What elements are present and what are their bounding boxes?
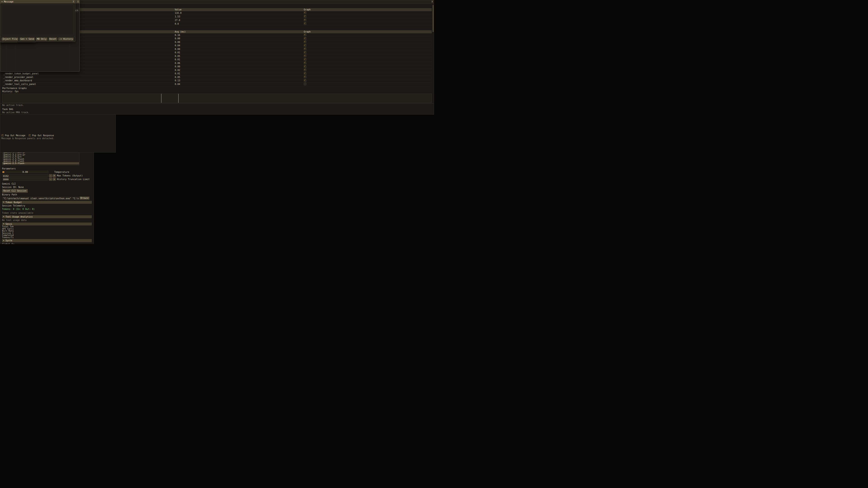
collapse-icon[interactable]: ▼ [2,1,2,3]
graph-toggle-checkbox[interactable] [304,65,306,68]
graph-toggle-checkbox[interactable] [304,58,306,61]
binary-path-label: Binary Path [2,193,92,196]
tool-usage-empty: No tool usage data [2,219,92,222]
session-id-label: Session ID: None [2,186,92,189]
graph-toggle-checkbox[interactable] [304,22,306,25]
diag-metric-value: 0.00 [174,65,303,68]
graph-toggle-checkbox[interactable] [304,69,306,71]
session-metric-label: API Calls [2,228,92,230]
close-icon[interactable]: X [73,0,74,3]
diag-column: Value [174,8,303,11]
graph-toggle-checkbox[interactable] [304,83,306,85]
diag-metric-value: 0.02 [174,68,303,72]
graph-toggle-checkbox[interactable] [304,48,306,50]
graph-toggle-checkbox[interactable] [304,79,306,82]
diag-metric-value: 0.0 [174,22,303,26]
message-action-button[interactable]: MD Only [36,37,47,41]
graph-toggle-checkbox[interactable] [304,37,306,40]
graph-toggle-checkbox[interactable] [304,34,306,36]
diag-metric-value: 0.00 [174,37,303,40]
diag-metric-value: 0.06 [174,61,303,65]
model-list-item[interactable]: gemini-2.5-flash- [2,162,79,164]
diag-graph-cell [303,51,432,55]
binary-path-input[interactable]: "C:\projects\manual_slop\.venv\Scripts\p… [2,197,79,199]
diag-graph-cell [303,68,432,72]
diag-metric-name: _render_mma_dashboard [2,79,174,83]
panel-close-icon[interactable]: X [432,0,433,3]
session-insights-header[interactable]: ▼Sessi [2,223,92,226]
checkbox-icon [29,134,31,137]
diag-metric-name: _render_tool_calls_panel [2,83,174,86]
binary-browse-button[interactable]: Browse [80,197,90,200]
graph-toggle-checkbox[interactable] [304,15,306,18]
ticket-queue-empty: No active track. [2,104,432,107]
diag-metric-name: _render_token_budget_panel [2,72,174,75]
token-stats-note: Token stats unavailable [2,212,92,215]
diag-metric-value: 0.01 [174,72,303,75]
diag-graph-cell [303,33,432,37]
system-prompts-header[interactable]: ▼Syste [2,239,92,242]
close-icon[interactable]: X [77,0,79,3]
reset-cli-session-button[interactable]: Reset CLI Session [2,189,28,193]
diag-metric-value: 0.00 [174,47,303,51]
diag-graph-cell [303,61,432,65]
diag-graph-cell [303,79,432,83]
parameters-label: Parameters [2,167,92,170]
graph-toggle-checkbox[interactable] [304,62,306,64]
diag-graph-cell [303,44,432,47]
graph-toggle-checkbox[interactable] [304,19,306,21]
tool-usage-header[interactable]: ▼Tool Usage Analytics [2,215,92,219]
diag-metric-value: 0.04 [174,44,303,47]
diag-metric-value: 1.53 [174,15,303,19]
diag-graph-cell [303,11,432,15]
session-metric-label: Tokens/Ti [2,236,92,238]
message-titlebar[interactable]: ▼ Message X [0,0,75,3]
max-tokens-input[interactable]: 8192 [2,174,49,177]
session-metric-label: Burn Rate [2,230,92,232]
message-window: ▼ Message X Inject FileGen + SendMD Only… [0,0,75,42]
graph-toggle-checkbox[interactable] [304,72,306,75]
checkbox-icon [1,134,4,137]
diagnostics-scrollbar[interactable] [433,5,434,32]
history-limit-input[interactable]: 8000 [2,178,49,181]
graph-toggle-checkbox[interactable] [304,51,306,54]
session-metric-label: Total Tok [2,225,92,228]
max-tokens-minus-button[interactable]: - [49,174,52,177]
token-budget-header[interactable]: ▼Token Budget [2,201,92,204]
diag-column: Graph [303,8,432,11]
detached-note: Message & Response panels are detached. [1,137,55,140]
graph-toggle-checkbox[interactable] [304,44,306,47]
message-textarea[interactable] [2,4,74,35]
diag-metric-value: 0.05 [174,55,303,58]
message-action-button[interactable]: Inject File [2,37,18,41]
graph-toggle-checkbox[interactable] [304,11,306,14]
diag-graph-cell [303,19,432,22]
history-limit-minus-button[interactable]: - [49,178,52,181]
diag-row: _render_token_budget_panel0.01 [2,72,432,75]
diag-metric-value: 27.0 [174,19,303,22]
diag-graph-cell [303,58,432,61]
popout-response-checkbox[interactable]: Pop Out Response [29,134,54,137]
diag-metric-value: 0.16 [174,33,303,37]
temperature-slider[interactable]: 0.00 [2,171,49,173]
message-action-button[interactable]: -> History [58,37,74,41]
global-system-label: Global Sy [2,243,92,244]
diag-row: _render_tool_calls_panel0.04 [2,83,432,86]
diag-row: _render_provider_panel0.05 [2,75,432,79]
task-dag-empty: No active MMA track. [2,111,432,114]
graph-toggle-checkbox[interactable] [304,55,306,57]
diag-graph-cell [303,37,432,40]
diag-metric-value: 0.04 [174,83,303,86]
task-dag-label: Task DAG [2,108,432,111]
diag-metric-value: 0.00 [174,40,303,44]
message-action-button[interactable]: Reset [49,37,57,41]
message-action-button[interactable]: Gen + Send [20,37,35,41]
max-tokens-label: Max Tokens (Output) [57,174,83,177]
graph-toggle-checkbox[interactable] [304,41,306,43]
popout-message-checkbox[interactable]: Pop Out Message [1,134,25,137]
history-limit-plus-button[interactable]: + [53,178,56,181]
max-tokens-plus-button[interactable]: + [53,174,56,177]
graph-toggle-checkbox[interactable] [304,76,306,78]
diag-column: Graph [303,30,432,33]
diag-graph-cell [303,47,432,51]
